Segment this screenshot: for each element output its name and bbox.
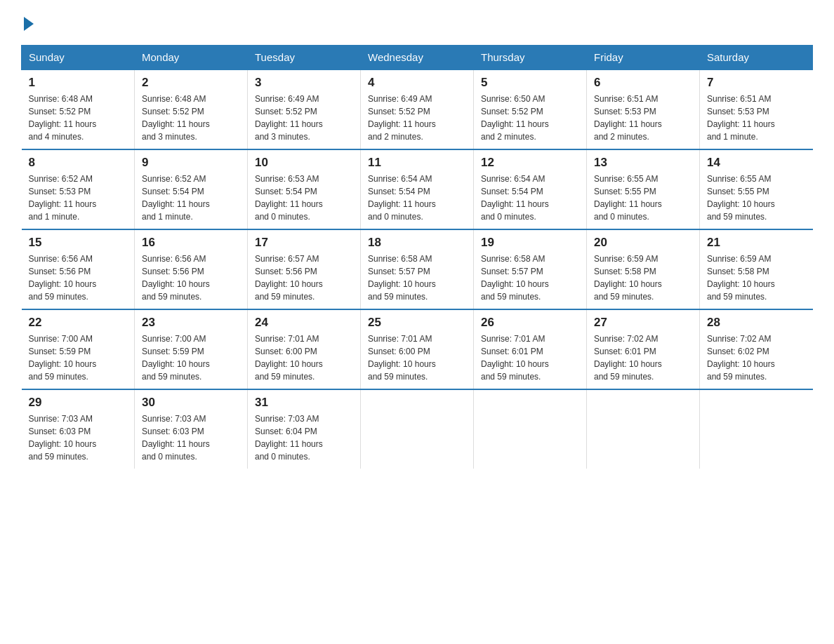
calendar-cell: 17 Sunrise: 6:57 AMSunset: 5:56 PMDaylig…: [248, 229, 361, 309]
calendar-cell: 20 Sunrise: 6:59 AMSunset: 5:58 PMDaylig…: [587, 229, 700, 309]
day-number: 16: [142, 236, 240, 250]
calendar-cell: 11 Sunrise: 6:54 AMSunset: 5:54 PMDaylig…: [361, 149, 474, 229]
calendar-cell: 9 Sunrise: 6:52 AMSunset: 5:54 PMDayligh…: [135, 149, 248, 229]
day-number: 8: [29, 156, 128, 170]
day-number: 20: [594, 236, 692, 250]
calendar-cell: 22 Sunrise: 7:00 AMSunset: 5:59 PMDaylig…: [22, 309, 135, 389]
day-number: 27: [594, 316, 692, 330]
day-info: Sunrise: 6:53 AMSunset: 5:54 PMDaylight:…: [255, 173, 353, 223]
calendar-cell: 25 Sunrise: 7:01 AMSunset: 6:00 PMDaylig…: [361, 309, 474, 389]
calendar-cell: 15 Sunrise: 6:56 AMSunset: 5:56 PMDaylig…: [22, 229, 135, 309]
calendar-cell: 18 Sunrise: 6:58 AMSunset: 5:57 PMDaylig…: [361, 229, 474, 309]
calendar-week-row: 22 Sunrise: 7:00 AMSunset: 5:59 PMDaylig…: [22, 309, 813, 389]
day-info: Sunrise: 6:49 AMSunset: 5:52 PMDaylight:…: [368, 93, 466, 143]
day-info: Sunrise: 6:55 AMSunset: 5:55 PMDaylight:…: [594, 173, 692, 223]
day-info: Sunrise: 6:51 AMSunset: 5:53 PMDaylight:…: [707, 93, 806, 143]
calendar-cell: 26 Sunrise: 7:01 AMSunset: 6:01 PMDaylig…: [474, 309, 587, 389]
day-info: Sunrise: 6:52 AMSunset: 5:53 PMDaylight:…: [29, 173, 128, 223]
day-number: 24: [255, 316, 353, 330]
day-info: Sunrise: 6:59 AMSunset: 5:58 PMDaylight:…: [594, 253, 692, 303]
day-info: Sunrise: 6:56 AMSunset: 5:56 PMDaylight:…: [29, 253, 128, 303]
day-info: Sunrise: 7:01 AMSunset: 6:00 PMDaylight:…: [255, 333, 353, 383]
calendar-week-row: 15 Sunrise: 6:56 AMSunset: 5:56 PMDaylig…: [22, 229, 813, 309]
day-info: Sunrise: 6:55 AMSunset: 5:55 PMDaylight:…: [707, 173, 806, 223]
day-number: 2: [142, 76, 240, 90]
column-header-friday: Friday: [587, 46, 700, 70]
day-info: Sunrise: 7:03 AMSunset: 6:03 PMDaylight:…: [29, 412, 128, 463]
day-number: 9: [142, 156, 240, 170]
column-header-wednesday: Wednesday: [361, 46, 474, 70]
day-info: Sunrise: 7:03 AMSunset: 6:03 PMDaylight:…: [142, 412, 240, 463]
page-header: [21, 14, 813, 31]
day-number: 22: [29, 316, 128, 330]
calendar-cell: 12 Sunrise: 6:54 AMSunset: 5:54 PMDaylig…: [474, 149, 587, 229]
calendar-cell: 3 Sunrise: 6:49 AMSunset: 5:52 PMDayligh…: [248, 69, 361, 149]
day-number: 18: [368, 236, 466, 250]
column-header-sunday: Sunday: [22, 46, 135, 70]
calendar-cell: [700, 389, 813, 469]
day-number: 3: [255, 76, 353, 90]
day-info: Sunrise: 6:58 AMSunset: 5:57 PMDaylight:…: [368, 253, 466, 303]
day-info: Sunrise: 6:58 AMSunset: 5:57 PMDaylight:…: [481, 253, 579, 303]
day-number: 31: [255, 396, 353, 410]
day-number: 14: [707, 156, 806, 170]
day-number: 12: [481, 156, 579, 170]
calendar-cell: 30 Sunrise: 7:03 AMSunset: 6:03 PMDaylig…: [135, 389, 248, 469]
day-info: Sunrise: 6:52 AMSunset: 5:54 PMDaylight:…: [142, 173, 240, 223]
calendar-cell: 6 Sunrise: 6:51 AMSunset: 5:53 PMDayligh…: [587, 69, 700, 149]
day-info: Sunrise: 6:54 AMSunset: 5:54 PMDaylight:…: [481, 173, 579, 223]
day-number: 25: [368, 316, 466, 330]
day-number: 29: [29, 396, 128, 410]
calendar-week-row: 1 Sunrise: 6:48 AMSunset: 5:52 PMDayligh…: [22, 69, 813, 149]
day-number: 17: [255, 236, 353, 250]
day-info: Sunrise: 7:00 AMSunset: 5:59 PMDaylight:…: [29, 333, 128, 383]
day-info: Sunrise: 6:57 AMSunset: 5:56 PMDaylight:…: [255, 253, 353, 303]
day-number: 13: [594, 156, 692, 170]
day-number: 21: [707, 236, 806, 250]
day-number: 23: [142, 316, 240, 330]
day-info: Sunrise: 7:03 AMSunset: 6:04 PMDaylight:…: [255, 412, 353, 463]
calendar-cell: 4 Sunrise: 6:49 AMSunset: 5:52 PMDayligh…: [361, 69, 474, 149]
logo-arrow-icon: [24, 17, 34, 31]
calendar-cell: 16 Sunrise: 6:56 AMSunset: 5:56 PMDaylig…: [135, 229, 248, 309]
day-number: 10: [255, 156, 353, 170]
day-info: Sunrise: 6:56 AMSunset: 5:56 PMDaylight:…: [142, 253, 240, 303]
day-number: 7: [707, 76, 806, 90]
calendar-cell: [474, 389, 587, 469]
calendar-cell: 23 Sunrise: 7:00 AMSunset: 5:59 PMDaylig…: [135, 309, 248, 389]
calendar-cell: [361, 389, 474, 469]
logo: [21, 14, 38, 31]
column-header-tuesday: Tuesday: [248, 46, 361, 70]
calendar-cell: [587, 389, 700, 469]
calendar-cell: 31 Sunrise: 7:03 AMSunset: 6:04 PMDaylig…: [248, 389, 361, 469]
day-info: Sunrise: 6:54 AMSunset: 5:54 PMDaylight:…: [368, 173, 466, 223]
day-number: 19: [481, 236, 579, 250]
day-number: 11: [368, 156, 466, 170]
day-number: 15: [29, 236, 128, 250]
calendar-cell: 28 Sunrise: 7:02 AMSunset: 6:02 PMDaylig…: [700, 309, 813, 389]
calendar-cell: 13 Sunrise: 6:55 AMSunset: 5:55 PMDaylig…: [587, 149, 700, 229]
day-number: 5: [481, 76, 579, 90]
day-info: Sunrise: 7:02 AMSunset: 6:01 PMDaylight:…: [594, 333, 692, 383]
day-number: 28: [707, 316, 806, 330]
calendar-cell: 2 Sunrise: 6:48 AMSunset: 5:52 PMDayligh…: [135, 69, 248, 149]
calendar-cell: 1 Sunrise: 6:48 AMSunset: 5:52 PMDayligh…: [22, 69, 135, 149]
calendar-cell: 5 Sunrise: 6:50 AMSunset: 5:52 PMDayligh…: [474, 69, 587, 149]
day-number: 30: [142, 396, 240, 410]
calendar-table: SundayMondayTuesdayWednesdayThursdayFrid…: [21, 45, 813, 469]
day-info: Sunrise: 7:01 AMSunset: 6:00 PMDaylight:…: [368, 333, 466, 383]
column-header-monday: Monday: [135, 46, 248, 70]
day-info: Sunrise: 6:48 AMSunset: 5:52 PMDaylight:…: [29, 93, 128, 143]
day-number: 26: [481, 316, 579, 330]
calendar-cell: 21 Sunrise: 6:59 AMSunset: 5:58 PMDaylig…: [700, 229, 813, 309]
day-info: Sunrise: 7:00 AMSunset: 5:59 PMDaylight:…: [142, 333, 240, 383]
calendar-week-row: 29 Sunrise: 7:03 AMSunset: 6:03 PMDaylig…: [22, 389, 813, 469]
calendar-cell: 29 Sunrise: 7:03 AMSunset: 6:03 PMDaylig…: [22, 389, 135, 469]
calendar-header-row: SundayMondayTuesdayWednesdayThursdayFrid…: [22, 46, 813, 70]
day-info: Sunrise: 6:51 AMSunset: 5:53 PMDaylight:…: [594, 93, 692, 143]
day-info: Sunrise: 6:49 AMSunset: 5:52 PMDaylight:…: [255, 93, 353, 143]
calendar-cell: 10 Sunrise: 6:53 AMSunset: 5:54 PMDaylig…: [248, 149, 361, 229]
day-info: Sunrise: 6:50 AMSunset: 5:52 PMDaylight:…: [481, 93, 579, 143]
calendar-cell: 14 Sunrise: 6:55 AMSunset: 5:55 PMDaylig…: [700, 149, 813, 229]
calendar-cell: 8 Sunrise: 6:52 AMSunset: 5:53 PMDayligh…: [22, 149, 135, 229]
